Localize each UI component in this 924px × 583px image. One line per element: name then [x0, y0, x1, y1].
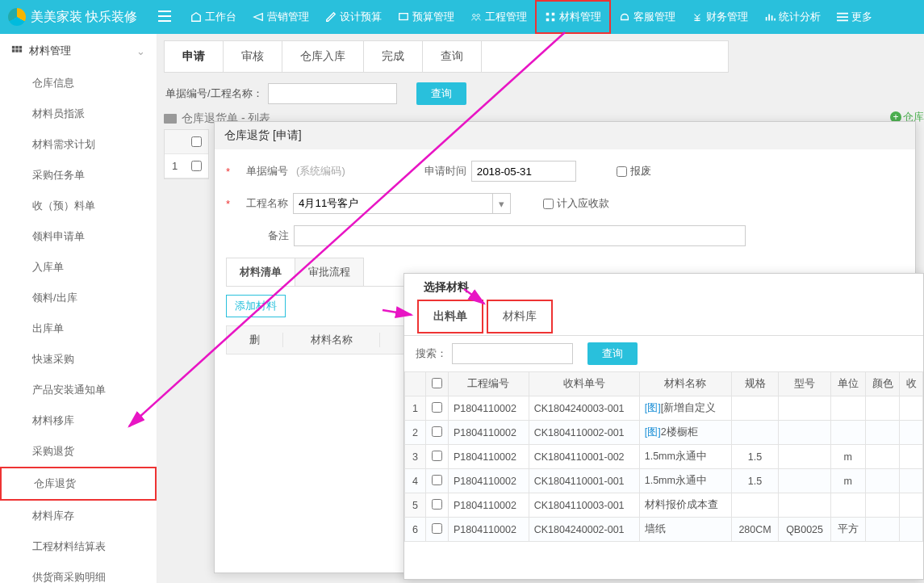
cell-recv: [900, 469, 923, 493]
filter-input[interactable]: [268, 83, 397, 104]
sidebar-item-warehouse-return[interactable]: 仓库退货: [0, 467, 157, 501]
nav-workbench[interactable]: 工作台: [182, 0, 245, 34]
table-row[interactable]: 5 P1804110002 CK1804110003-001 材料报价成本查: [405, 493, 923, 518]
sidebar-item-supplier-detail[interactable]: 供货商采购明细: [0, 562, 157, 583]
cell-color: [865, 396, 900, 421]
cell-unit: [830, 493, 865, 518]
sidebar-item-requisition[interactable]: 领料申请单: [0, 221, 157, 252]
row-index: 2: [405, 421, 426, 445]
row-index: 1: [405, 396, 426, 421]
tab-material-lib[interactable]: 材料库: [487, 300, 553, 333]
sidebar-item-purchase-return[interactable]: 采购退货: [0, 436, 157, 467]
cell-spec: [731, 493, 778, 518]
cell-proj: P1804110002: [449, 421, 529, 445]
nav-project[interactable]: 工程管理: [462, 0, 535, 34]
material-query-button[interactable]: 查询: [587, 342, 638, 365]
chevron-down-icon[interactable]: ▾: [493, 193, 511, 214]
table-row[interactable]: 3 P1804110002 CK1804110001-002 1.5mm永通中 …: [405, 445, 923, 469]
sidebar-item-install-notice[interactable]: 产品安装通知单: [0, 375, 157, 405]
material-search-input[interactable]: [452, 343, 573, 364]
sidebar-item-outbound-slip[interactable]: 出库单: [0, 313, 157, 344]
nav-marketing[interactable]: 营销管理: [245, 0, 317, 34]
table-row[interactable]: 4 P1804110002 CK1804110001-001 1.5mm永通中 …: [405, 469, 923, 493]
sidebar-item-material-transfer[interactable]: 材料移库: [0, 405, 157, 436]
sidebar-item-receive-slip[interactable]: 收（预）料单: [0, 191, 157, 221]
cell-unit: [830, 421, 865, 445]
nav-materials[interactable]: 材料管理: [535, 0, 611, 34]
nav-design[interactable]: 设计预算: [317, 0, 390, 34]
sidebar-section-header[interactable]: 材料管理 ⌄: [0, 34, 157, 68]
proj-combo[interactable]: ▾: [293, 193, 511, 214]
svg-rect-10: [12, 49, 15, 52]
cell-unit: m: [830, 445, 865, 469]
col-index: [405, 372, 426, 396]
receivable-checkbox[interactable]: [543, 199, 554, 209]
image-link[interactable]: [图]: [645, 402, 661, 413]
nav-design-label: 设计预算: [340, 10, 382, 24]
filter-query-button[interactable]: 查询: [416, 82, 466, 105]
sidebar-item-warehouse-info[interactable]: 仓库信息: [0, 68, 157, 99]
nav-finance-label: 财务管理: [706, 10, 748, 24]
tab-inbound[interactable]: 仓库入库: [282, 41, 364, 72]
nav-stats[interactable]: 统计分析: [756, 0, 829, 34]
sidebar-item-inbound[interactable]: 入库单: [0, 252, 157, 283]
add-material-button[interactable]: 添加材料: [226, 295, 286, 317]
tab-review[interactable]: 审核: [224, 41, 282, 72]
subtab-approval[interactable]: 审批流程: [295, 258, 364, 286]
col-color: 颜色: [865, 372, 900, 396]
svg-rect-3: [546, 13, 550, 16]
cell-slip: CK1804110002-001: [529, 421, 639, 445]
nav-more[interactable]: 更多: [829, 0, 880, 34]
nav-project-label: 工程管理: [485, 10, 527, 24]
proj-input[interactable]: [293, 193, 493, 214]
row-checkbox[interactable]: [432, 499, 442, 510]
tab-apply[interactable]: 申请: [165, 41, 224, 72]
cell-recv: [900, 421, 923, 445]
sidebar-item-quick-purchase[interactable]: 快速采购: [0, 344, 157, 375]
table-row[interactable]: 2 P1804110002 CK1804110002-001 [图]2楼橱柜: [405, 421, 923, 445]
remark-input[interactable]: [294, 225, 746, 246]
cell-slip: CK1804110003-001: [529, 493, 639, 518]
row-checkbox[interactable]: [432, 475, 442, 485]
remark-label: 备注: [232, 229, 289, 243]
tab-done[interactable]: 完成: [364, 41, 423, 72]
col-unit: 单位: [830, 372, 865, 396]
cell-spec: 280CM: [731, 518, 778, 542]
nav-budget[interactable]: 预算管理: [390, 0, 462, 34]
svg-rect-4: [552, 13, 555, 16]
cell-spec: [731, 396, 778, 421]
sidebar-item-purchase-task[interactable]: 采购任务单: [0, 160, 157, 191]
nav-service[interactable]: 客服管理: [611, 0, 684, 34]
cell-slip: CK1804110001-002: [529, 445, 639, 469]
select-all-materials[interactable]: [432, 378, 442, 388]
select-material-title: 选择材料: [404, 274, 923, 298]
row-checkbox[interactable]: [432, 451, 442, 461]
filter-bar: 单据编号/工程名称： 查询: [164, 73, 924, 111]
tab-query[interactable]: 查询: [423, 41, 482, 72]
sidebar-item-material-demand[interactable]: 材料需求计划: [0, 129, 157, 160]
subtab-material-list[interactable]: 材料清单: [226, 258, 295, 286]
row-checkbox[interactable]: [432, 402, 442, 413]
topbar: 美美家装 快乐装修 工作台 营销管理 设计预算 预算管理 工程管理 材料管理 客…: [0, 0, 924, 34]
nav-budget-label: 预算管理: [412, 10, 454, 24]
row-checkbox[interactable]: [432, 426, 442, 437]
row-checkbox[interactable]: [432, 523, 442, 534]
select-all-checkbox[interactable]: [191, 136, 202, 147]
status-tabs: 申请 审核 仓库入库 完成 查询: [164, 40, 729, 73]
nav-finance[interactable]: 财务管理: [684, 0, 756, 34]
col-delete: 删: [227, 333, 283, 347]
image-link[interactable]: [图]: [645, 426, 661, 438]
apply-time-input[interactable]: [471, 161, 576, 182]
discard-checkbox[interactable]: [617, 166, 627, 177]
menu-toggle-icon[interactable]: [158, 10, 171, 24]
tab-outbound-slip[interactable]: 出料单: [417, 300, 483, 333]
sidebar-item-inventory[interactable]: 材料库存: [0, 501, 157, 531]
row-checkbox[interactable]: [191, 161, 202, 171]
table-row[interactable]: 6 P1804110002 CK1804240002-001 墙纸 280CM …: [405, 518, 923, 542]
sidebar-item-settlement[interactable]: 工程材料结算表: [0, 531, 157, 562]
sidebar-item-material-assign[interactable]: 材料员指派: [0, 99, 157, 129]
cell-recv: [900, 493, 923, 518]
table-row[interactable]: 1 P1804110002 CK1804240003-001 [图][新增自定义: [405, 396, 923, 421]
sidebar-title: 材料管理: [29, 44, 71, 58]
sidebar-item-outbound[interactable]: 领料/出库: [0, 283, 157, 313]
